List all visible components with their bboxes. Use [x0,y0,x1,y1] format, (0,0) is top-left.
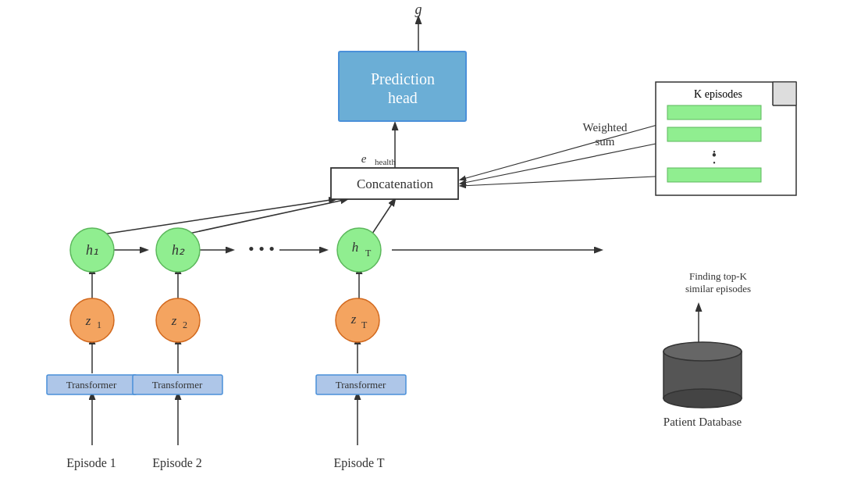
e-health-label: e [361,152,367,165]
hT-subscript: T [365,248,372,259]
svg-rect-28 [667,105,761,120]
z1-label: z [85,313,91,328]
svg-point-40 [156,298,200,342]
prediction-head-label2: head [388,89,418,106]
episode1-label: Episode 1 [66,456,116,470]
svg-point-46 [663,342,742,361]
zT-subscript: T [361,319,368,330]
svg-line-4 [371,199,395,236]
zT-label: z [350,312,357,327]
svg-rect-30 [667,168,761,182]
svg-line-21 [461,121,671,180]
svg-text:•: • [713,159,716,167]
prediction-head-label: Prediction [371,70,435,87]
svg-point-39 [70,298,114,342]
svg-point-41 [336,298,379,342]
patient-db-label: Patient Database [663,416,742,428]
concatenation-label: Concatenation [357,177,434,191]
h2-label: h₂ [172,242,185,258]
finding-topk-label2: similar episodes [685,283,751,294]
episodeT-label: Episode T [333,456,384,470]
z2-label: z [171,313,177,328]
transformerT-label: Transformer [336,379,386,391]
svg-point-47 [663,389,742,408]
h1-label: h₁ [86,242,98,258]
h-dots: • • • [248,239,275,259]
svg-marker-25 [773,82,796,105]
svg-text:•: • [713,148,716,156]
weighted-sum-label1: Weighted [582,121,628,134]
svg-line-6 [178,199,347,236]
z2-subscript: 2 [183,319,187,330]
transformer1-label: Transformer [66,379,117,391]
episode2-label: Episode 2 [152,456,202,470]
weighted-sum-label2: sum [595,135,614,148]
finding-topk-label1: Finding top-K [689,270,748,282]
hT-label: h [352,240,359,255]
architecture-diagram: K episodes • • • Prediction head g Conca… [0,0,868,496]
g-label: g [415,2,422,17]
e-health-subscript: health [375,157,396,166]
svg-line-5 [92,199,336,236]
z1-subscript: 1 [97,319,101,330]
transformer2-label: Transformer [152,379,203,391]
k-episodes-label: K episodes [694,88,742,100]
svg-rect-29 [667,127,761,141]
svg-point-38 [337,228,381,272]
